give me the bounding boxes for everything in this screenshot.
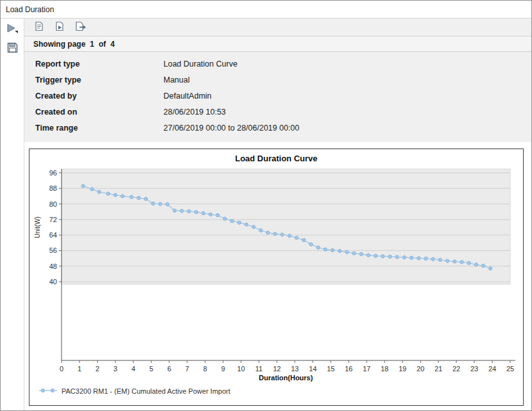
svg-text:13: 13 bbox=[291, 365, 299, 373]
svg-text:9: 9 bbox=[221, 365, 225, 373]
report-document-icon bbox=[34, 21, 44, 33]
save-report-button[interactable] bbox=[4, 42, 20, 56]
meta-label: Trigger type bbox=[24, 76, 163, 85]
export-report-button[interactable] bbox=[73, 21, 87, 34]
svg-text:17: 17 bbox=[363, 365, 370, 373]
window-title: Load Duration bbox=[1, 1, 531, 19]
svg-text:64: 64 bbox=[49, 231, 57, 239]
report-export-icon bbox=[74, 21, 86, 33]
meta-label: Report type bbox=[24, 60, 163, 68]
svg-text:6: 6 bbox=[167, 365, 171, 373]
play-icon bbox=[6, 23, 19, 35]
svg-text:Unit(W): Unit(W) bbox=[34, 216, 41, 238]
chart-plot-area: 9688807264564840012345678910111213141516… bbox=[29, 165, 523, 385]
svg-text:0: 0 bbox=[60, 365, 63, 373]
svg-text:Duration(Hours): Duration(Hours) bbox=[259, 374, 313, 382]
svg-text:19: 19 bbox=[399, 365, 406, 373]
run-report-button[interactable] bbox=[4, 22, 20, 36]
report-metadata-panel: Report type Load Duration Curve Trigger … bbox=[24, 52, 531, 142]
report-view-button[interactable] bbox=[32, 21, 46, 34]
meta-value: DefaultAdmin bbox=[163, 92, 212, 101]
svg-text:88: 88 bbox=[49, 184, 57, 192]
svg-text:56: 56 bbox=[49, 246, 57, 254]
page-status-bar: Showing page 1 of 4 bbox=[24, 36, 531, 52]
svg-text:8: 8 bbox=[203, 365, 207, 373]
svg-text:14: 14 bbox=[309, 365, 317, 373]
meta-row-trigger-type: Trigger type Manual bbox=[24, 72, 531, 88]
svg-text:21: 21 bbox=[435, 365, 442, 373]
page-of-label: of bbox=[99, 40, 106, 49]
meta-label: Time range bbox=[24, 124, 163, 133]
window-title-text: Load Duration bbox=[6, 5, 54, 14]
svg-text:80: 80 bbox=[49, 200, 57, 208]
meta-value: 27/06/2019 00:00 to 28/06/2019 00:00 bbox=[163, 124, 299, 133]
svg-text:12: 12 bbox=[273, 365, 281, 373]
svg-text:2: 2 bbox=[96, 365, 99, 373]
svg-text:96: 96 bbox=[49, 169, 57, 177]
page-total: 4 bbox=[110, 40, 115, 49]
svg-text:20: 20 bbox=[417, 365, 424, 373]
svg-text:48: 48 bbox=[49, 262, 57, 270]
svg-text:16: 16 bbox=[345, 365, 353, 373]
chart-title: Load Duration Curve bbox=[29, 154, 523, 165]
page-status-prefix: Showing page bbox=[33, 40, 85, 49]
meta-value: Load Duration Curve bbox=[163, 60, 237, 68]
page-current: 1 bbox=[90, 40, 94, 49]
svg-text:22: 22 bbox=[453, 365, 460, 373]
chart-svg: 9688807264564840012345678910111213141516… bbox=[29, 165, 523, 382]
meta-row-report-type: Report type Load Duration Curve bbox=[24, 56, 531, 72]
svg-text:7: 7 bbox=[185, 365, 189, 373]
report-window: Load Duration bbox=[0, 0, 532, 411]
svg-text:5: 5 bbox=[149, 365, 153, 373]
meta-label: Created on bbox=[24, 108, 163, 117]
meta-label: Created by bbox=[24, 92, 163, 101]
report-toolbar bbox=[24, 19, 531, 36]
load-duration-chart: Load Duration Curve 96888072645648400123… bbox=[29, 149, 524, 406]
save-icon bbox=[7, 42, 18, 55]
run-report-page-button[interactable] bbox=[53, 21, 67, 34]
svg-text:11: 11 bbox=[255, 365, 262, 373]
meta-row-time-range: Time range 27/06/2019 00:00 to 28/06/201… bbox=[24, 120, 531, 136]
svg-text:40: 40 bbox=[49, 278, 57, 286]
svg-text:25: 25 bbox=[506, 365, 514, 373]
legend-series-label: PAC3200 RM1 - (EM) Cumulated Active Powe… bbox=[62, 387, 230, 395]
svg-text:10: 10 bbox=[237, 365, 245, 373]
svg-text:23: 23 bbox=[470, 365, 478, 373]
svg-text:15: 15 bbox=[327, 365, 335, 373]
report-main-pane: Showing page 1 of 4 Report type Load Dur… bbox=[24, 19, 531, 410]
svg-text:72: 72 bbox=[49, 216, 57, 223]
chart-legend: PAC3200 RM1 - (EM) Cumulated Active Powe… bbox=[38, 387, 523, 395]
svg-text:18: 18 bbox=[381, 365, 388, 373]
meta-value: Manual bbox=[163, 76, 190, 85]
meta-row-created-by: Created by DefaultAdmin bbox=[24, 88, 531, 104]
legend-marker-icon bbox=[38, 387, 58, 395]
window-body: Showing page 1 of 4 Report type Load Dur… bbox=[1, 19, 531, 410]
meta-row-created-on: Created on 28/06/2019 10:53 bbox=[24, 104, 531, 120]
report-run-icon bbox=[54, 21, 65, 33]
left-toolbar-rail bbox=[1, 19, 24, 410]
svg-text:3: 3 bbox=[113, 365, 117, 373]
svg-text:24: 24 bbox=[488, 365, 496, 373]
svg-text:1: 1 bbox=[78, 365, 81, 373]
meta-value: 28/06/2019 10:53 bbox=[163, 108, 226, 117]
svg-text:4: 4 bbox=[131, 365, 135, 373]
